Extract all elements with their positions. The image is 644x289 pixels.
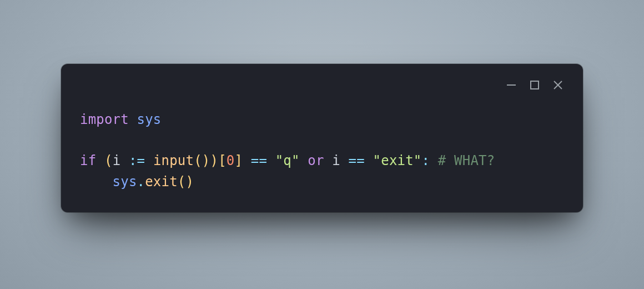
code-block: import sys if (i := input())[0] == "q" o… (80, 109, 564, 192)
keyword-import: import (80, 112, 129, 127)
colon: : (421, 153, 430, 168)
paren-open-3: ( (178, 174, 186, 190)
operator-eq-2: == (349, 153, 365, 168)
keyword-or: or (308, 153, 324, 168)
comment: # WHAT? (438, 153, 495, 168)
paren-open: ( (104, 153, 113, 168)
identifier-i-2: i (332, 153, 340, 168)
bracket-open: [ (218, 153, 227, 168)
close-icon[interactable] (552, 79, 564, 91)
code-line-1: import sys (80, 112, 162, 127)
paren-close: ) (210, 153, 218, 168)
paren-close-3: ) (185, 174, 194, 190)
bracket-close: ] (234, 153, 243, 168)
paren-open-2: ( (194, 153, 202, 168)
operator-walrus: := (129, 153, 145, 168)
operator-eq: == (251, 153, 267, 168)
string-q: "q" (275, 153, 300, 168)
func-input: input (153, 153, 194, 168)
identifier-i: i (113, 153, 121, 168)
code-window: import sys if (i := input())[0] == "q" o… (61, 64, 583, 212)
number-zero: 0 (227, 153, 235, 168)
string-exit: "exit" (373, 153, 422, 168)
svg-rect-1 (531, 81, 539, 89)
maximize-icon[interactable] (529, 79, 541, 91)
minimize-icon[interactable] (505, 79, 517, 91)
code-line-4: sys.exit() (80, 174, 194, 190)
indent (80, 174, 113, 190)
module-sys-2: sys (113, 174, 137, 190)
keyword-if: if (80, 153, 96, 168)
func-exit: exit (145, 174, 178, 190)
window-titlebar (80, 77, 564, 93)
dot: . (137, 174, 145, 190)
module-sys: sys (137, 112, 162, 127)
paren-close-2: ) (202, 153, 210, 168)
code-line-3: if (i := input())[0] == "q" or i == "exi… (80, 153, 495, 168)
